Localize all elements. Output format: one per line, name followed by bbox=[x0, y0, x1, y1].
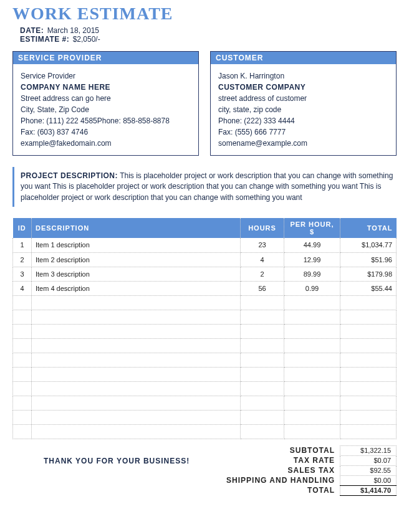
total-label: TOTAL bbox=[221, 485, 340, 495]
cell-total: $51.96 bbox=[340, 252, 397, 267]
provider-header: SERVICE PROVIDER bbox=[13, 52, 198, 64]
provider-phone: Phone: (111) 222 4585Phone: 858-858-8878 bbox=[21, 115, 191, 126]
salestax-label: SALES TAX bbox=[221, 465, 340, 475]
cell-total bbox=[340, 396, 397, 410]
shipping-value: $0.00 bbox=[340, 475, 397, 485]
cell-id: 4 bbox=[13, 281, 32, 295]
cell-rate bbox=[284, 410, 340, 424]
provider-citystate: City, State, Zip Code bbox=[21, 104, 191, 115]
table-row-empty bbox=[13, 381, 397, 396]
cell-id bbox=[13, 324, 32, 338]
table-row: 4Item 4 description560.99$55.44 bbox=[13, 281, 397, 295]
provider-email: example@fakedomain.com bbox=[21, 138, 191, 149]
cell-desc bbox=[32, 410, 241, 424]
customer-fax: Fax: (555) 666 7777 bbox=[218, 126, 388, 138]
table-row-empty bbox=[13, 338, 397, 353]
cell-id bbox=[13, 338, 32, 353]
table-row: 1Item 1 description2344.99$1,034.77 bbox=[13, 238, 397, 252]
provider-role: Service Provider bbox=[21, 70, 191, 82]
cell-id bbox=[13, 396, 32, 410]
cell-total bbox=[340, 295, 397, 310]
cell-desc bbox=[32, 353, 241, 367]
cell-id bbox=[13, 381, 32, 396]
cell-id bbox=[13, 353, 32, 367]
salestax-value: $92.55 bbox=[340, 465, 397, 475]
cell-id: 1 bbox=[13, 238, 32, 252]
cell-rate bbox=[284, 381, 340, 396]
cell-hours: 23 bbox=[241, 238, 284, 252]
cell-total bbox=[340, 410, 397, 424]
date-value: March 18, 2015 bbox=[47, 26, 99, 35]
service-provider-box: SERVICE PROVIDER Service Provider COMPAN… bbox=[12, 51, 199, 156]
cell-hours bbox=[241, 353, 284, 367]
cell-rate: 89.99 bbox=[284, 267, 340, 281]
cell-hours bbox=[241, 324, 284, 338]
cell-hours: 56 bbox=[241, 281, 284, 295]
cell-total bbox=[340, 353, 397, 367]
provider-company: COMPANY NAME HERE bbox=[21, 82, 191, 93]
cell-id: 2 bbox=[13, 252, 32, 267]
shipping-label: SHIPPING AND HANDLING bbox=[221, 475, 340, 485]
th-rate: PER HOUR, $ bbox=[284, 218, 340, 238]
cell-id bbox=[13, 410, 32, 424]
table-row-empty bbox=[13, 295, 397, 310]
table-row-empty bbox=[13, 396, 397, 410]
subtotal-label: SUBTOTAL bbox=[221, 445, 340, 455]
table-row: 3Item 3 description289.99$179.98 bbox=[13, 267, 397, 281]
cell-id bbox=[13, 367, 32, 381]
customer-phone: Phone: (222) 333 4444 bbox=[218, 115, 388, 126]
cell-desc: Item 4 description bbox=[32, 281, 241, 295]
provider-street: Street address can go here bbox=[21, 93, 191, 104]
cell-desc bbox=[32, 295, 241, 310]
cell-hours bbox=[241, 338, 284, 353]
cell-desc: Item 2 description bbox=[32, 252, 241, 267]
cell-total: $1,034.77 bbox=[340, 238, 397, 252]
cell-hours bbox=[241, 367, 284, 381]
cell-desc: Item 1 description bbox=[32, 238, 241, 252]
cell-desc bbox=[32, 324, 241, 338]
cell-hours bbox=[241, 295, 284, 310]
thank-you-text: THANK YOU FOR YOUR BUSINESS! bbox=[12, 445, 221, 465]
document-title: WORK ESTIMATE bbox=[12, 4, 397, 24]
cell-desc bbox=[32, 381, 241, 396]
customer-header: CUSTOMER bbox=[211, 52, 396, 64]
cell-total bbox=[340, 367, 397, 381]
cell-rate bbox=[284, 367, 340, 381]
cell-rate bbox=[284, 310, 340, 324]
cell-rate bbox=[284, 424, 340, 439]
taxrate-label: TAX RATE bbox=[221, 455, 340, 465]
cell-rate: 44.99 bbox=[284, 238, 340, 252]
cell-desc: Item 3 description bbox=[32, 267, 241, 281]
customer-box: CUSTOMER Jason K. Harrington CUSTOMER CO… bbox=[210, 51, 397, 156]
th-hours: HOURS bbox=[241, 218, 284, 238]
cell-desc bbox=[32, 424, 241, 439]
cell-total bbox=[340, 381, 397, 396]
cell-desc bbox=[32, 310, 241, 324]
project-description: PROJECT DESCRIPTION: This is placeholder… bbox=[12, 167, 397, 207]
table-row-empty bbox=[13, 424, 397, 439]
cell-hours: 4 bbox=[241, 252, 284, 267]
th-total: TOTAL bbox=[340, 218, 397, 238]
cell-hours: 2 bbox=[241, 267, 284, 281]
project-desc-label: PROJECT DESCRIPTION: bbox=[21, 171, 118, 180]
totals-table: SUBTOTAL $1,322.15 TAX RATE $0.07 SALES … bbox=[221, 445, 397, 496]
cell-rate: 0.99 bbox=[284, 281, 340, 295]
cell-total bbox=[340, 338, 397, 353]
table-row-empty bbox=[13, 310, 397, 324]
table-row-empty bbox=[13, 324, 397, 338]
cell-desc bbox=[32, 367, 241, 381]
date-label: DATE: bbox=[20, 26, 44, 35]
table-row-empty bbox=[13, 367, 397, 381]
cell-hours bbox=[241, 424, 284, 439]
customer-citystate: city, state, zip code bbox=[218, 104, 388, 115]
customer-company: CUSTOMER COMPANY bbox=[218, 82, 388, 93]
cell-desc bbox=[32, 396, 241, 410]
provider-fax: Fax: (603) 837 4746 bbox=[21, 126, 191, 138]
customer-email: somename@example.com bbox=[218, 138, 388, 149]
cell-id bbox=[13, 310, 32, 324]
taxrate-value: $0.07 bbox=[340, 455, 397, 465]
customer-name: Jason K. Harrington bbox=[218, 70, 388, 82]
cell-rate bbox=[284, 295, 340, 310]
estimate-num-label: ESTIMATE #: bbox=[20, 35, 69, 44]
total-value: $1,414.70 bbox=[340, 485, 397, 495]
